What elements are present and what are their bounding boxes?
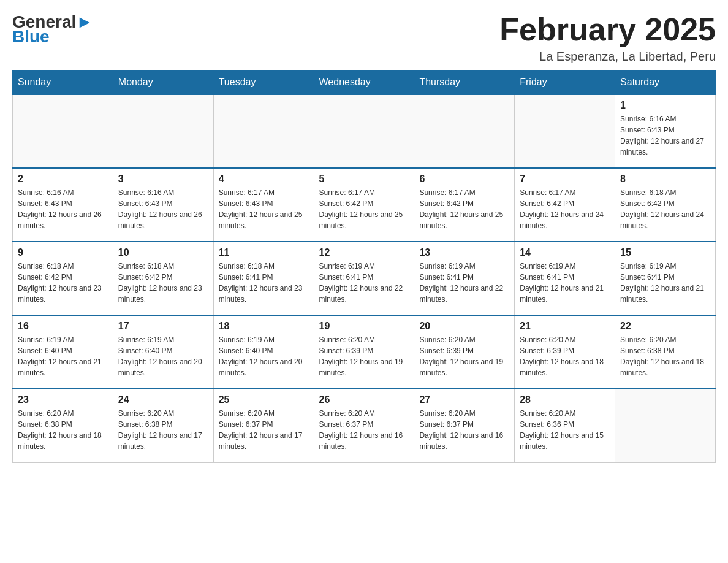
table-cell: 12Sunrise: 6:19 AMSunset: 6:41 PMDayligh…	[314, 242, 414, 315]
week-row-5: 23Sunrise: 6:20 AMSunset: 6:38 PMDayligh…	[13, 389, 716, 462]
table-cell: 16Sunrise: 6:19 AMSunset: 6:40 PMDayligh…	[13, 315, 113, 389]
table-cell: 27Sunrise: 6:20 AMSunset: 6:37 PMDayligh…	[414, 389, 515, 462]
table-cell: 25Sunrise: 6:20 AMSunset: 6:37 PMDayligh…	[213, 389, 314, 462]
day-info: Sunrise: 6:19 AMSunset: 6:40 PMDaylight:…	[219, 334, 309, 378]
day-info: Sunrise: 6:20 AMSunset: 6:37 PMDaylight:…	[419, 408, 509, 452]
day-number: 6	[419, 174, 509, 185]
week-row-4: 16Sunrise: 6:19 AMSunset: 6:40 PMDayligh…	[13, 315, 716, 389]
table-cell: 13Sunrise: 6:19 AMSunset: 6:41 PMDayligh…	[414, 242, 515, 315]
table-cell: 11Sunrise: 6:18 AMSunset: 6:41 PMDayligh…	[213, 242, 314, 315]
day-number: 10	[118, 247, 208, 258]
day-info: Sunrise: 6:19 AMSunset: 6:41 PMDaylight:…	[419, 261, 509, 305]
day-number: 18	[219, 321, 309, 332]
week-row-2: 2Sunrise: 6:16 AMSunset: 6:43 PMDaylight…	[13, 168, 716, 242]
day-number: 25	[219, 394, 309, 405]
page-header: General► Blue February 2025 La Esperanza…	[12, 12, 716, 64]
day-info: Sunrise: 6:18 AMSunset: 6:42 PMDaylight:…	[620, 187, 710, 231]
day-number: 14	[520, 247, 610, 258]
day-number: 4	[219, 174, 309, 185]
day-info: Sunrise: 6:20 AMSunset: 6:37 PMDaylight:…	[319, 408, 409, 452]
table-cell: 5Sunrise: 6:17 AMSunset: 6:42 PMDaylight…	[314, 168, 414, 242]
day-info: Sunrise: 6:20 AMSunset: 6:38 PMDaylight:…	[620, 334, 710, 378]
table-cell: 8Sunrise: 6:18 AMSunset: 6:42 PMDaylight…	[615, 168, 716, 242]
day-number: 27	[419, 394, 509, 405]
day-info: Sunrise: 6:18 AMSunset: 6:41 PMDaylight:…	[219, 261, 309, 305]
day-number: 24	[118, 394, 208, 405]
day-number: 7	[520, 174, 610, 185]
day-number: 2	[18, 174, 108, 185]
day-info: Sunrise: 6:17 AMSunset: 6:42 PMDaylight:…	[419, 187, 509, 231]
table-cell	[615, 389, 716, 462]
day-info: Sunrise: 6:20 AMSunset: 6:38 PMDaylight:…	[18, 408, 108, 452]
day-info: Sunrise: 6:19 AMSunset: 6:40 PMDaylight:…	[18, 334, 108, 378]
day-info: Sunrise: 6:20 AMSunset: 6:39 PMDaylight:…	[319, 334, 409, 378]
day-number: 12	[319, 247, 409, 258]
table-cell: 2Sunrise: 6:16 AMSunset: 6:43 PMDaylight…	[13, 168, 113, 242]
table-cell: 26Sunrise: 6:20 AMSunset: 6:37 PMDayligh…	[314, 389, 414, 462]
col-wednesday: Wednesday	[314, 71, 414, 95]
table-cell: 9Sunrise: 6:18 AMSunset: 6:42 PMDaylight…	[13, 242, 113, 315]
day-number: 5	[319, 174, 409, 185]
day-info: Sunrise: 6:17 AMSunset: 6:42 PMDaylight:…	[520, 187, 610, 231]
day-number: 17	[118, 321, 208, 332]
month-year-title: February 2025	[499, 12, 716, 47]
logo-triangle-icon: ►	[76, 12, 93, 31]
table-cell: 28Sunrise: 6:20 AMSunset: 6:36 PMDayligh…	[515, 389, 615, 462]
table-cell: 4Sunrise: 6:17 AMSunset: 6:43 PMDaylight…	[213, 168, 314, 242]
table-cell	[113, 94, 213, 168]
day-number: 16	[18, 321, 108, 332]
table-cell: 1Sunrise: 6:16 AMSunset: 6:43 PMDaylight…	[615, 94, 716, 168]
day-number: 1	[620, 100, 710, 111]
col-sunday: Sunday	[13, 71, 113, 95]
location-subtitle: La Esperanza, La Libertad, Peru	[499, 50, 716, 64]
day-info: Sunrise: 6:18 AMSunset: 6:42 PMDaylight:…	[118, 261, 208, 305]
day-number: 20	[419, 321, 509, 332]
day-info: Sunrise: 6:19 AMSunset: 6:41 PMDaylight:…	[319, 261, 409, 305]
col-tuesday: Tuesday	[213, 71, 314, 95]
day-info: Sunrise: 6:19 AMSunset: 6:41 PMDaylight:…	[620, 261, 710, 305]
table-cell: 18Sunrise: 6:19 AMSunset: 6:40 PMDayligh…	[213, 315, 314, 389]
day-number: 8	[620, 174, 710, 185]
table-cell: 20Sunrise: 6:20 AMSunset: 6:39 PMDayligh…	[414, 315, 515, 389]
day-number: 21	[520, 321, 610, 332]
table-cell: 6Sunrise: 6:17 AMSunset: 6:42 PMDaylight…	[414, 168, 515, 242]
table-cell: 10Sunrise: 6:18 AMSunset: 6:42 PMDayligh…	[113, 242, 213, 315]
day-number: 28	[520, 394, 610, 405]
col-friday: Friday	[515, 71, 615, 95]
table-cell: 17Sunrise: 6:19 AMSunset: 6:40 PMDayligh…	[113, 315, 213, 389]
title-section: February 2025 La Esperanza, La Libertad,…	[499, 12, 716, 64]
day-info: Sunrise: 6:19 AMSunset: 6:41 PMDaylight:…	[520, 261, 610, 305]
table-cell	[314, 94, 414, 168]
day-info: Sunrise: 6:20 AMSunset: 6:39 PMDaylight:…	[419, 334, 509, 378]
day-number: 23	[18, 394, 108, 405]
day-number: 3	[118, 174, 208, 185]
table-cell: 19Sunrise: 6:20 AMSunset: 6:39 PMDayligh…	[314, 315, 414, 389]
table-cell: 24Sunrise: 6:20 AMSunset: 6:38 PMDayligh…	[113, 389, 213, 462]
logo: General► Blue	[12, 12, 93, 47]
col-monday: Monday	[113, 71, 213, 95]
day-info: Sunrise: 6:19 AMSunset: 6:40 PMDaylight:…	[118, 334, 208, 378]
table-cell	[13, 94, 113, 168]
table-cell	[414, 94, 515, 168]
day-info: Sunrise: 6:17 AMSunset: 6:42 PMDaylight:…	[319, 187, 409, 231]
day-number: 19	[319, 321, 409, 332]
week-row-3: 9Sunrise: 6:18 AMSunset: 6:42 PMDaylight…	[13, 242, 716, 315]
day-info: Sunrise: 6:20 AMSunset: 6:38 PMDaylight:…	[118, 408, 208, 452]
day-number: 13	[419, 247, 509, 258]
week-row-1: 1Sunrise: 6:16 AMSunset: 6:43 PMDaylight…	[13, 94, 716, 168]
day-info: Sunrise: 6:18 AMSunset: 6:42 PMDaylight:…	[18, 261, 108, 305]
col-thursday: Thursday	[414, 71, 515, 95]
table-cell: 23Sunrise: 6:20 AMSunset: 6:38 PMDayligh…	[13, 389, 113, 462]
day-number: 15	[620, 247, 710, 258]
calendar-table: Sunday Monday Tuesday Wednesday Thursday…	[12, 70, 716, 463]
day-number: 9	[18, 247, 108, 258]
table-cell: 3Sunrise: 6:16 AMSunset: 6:43 PMDaylight…	[113, 168, 213, 242]
day-number: 22	[620, 321, 710, 332]
col-saturday: Saturday	[615, 71, 716, 95]
day-info: Sunrise: 6:20 AMSunset: 6:36 PMDaylight:…	[520, 408, 610, 452]
logo-blue-text: Blue	[12, 27, 50, 47]
day-info: Sunrise: 6:16 AMSunset: 6:43 PMDaylight:…	[620, 113, 710, 158]
table-cell: 22Sunrise: 6:20 AMSunset: 6:38 PMDayligh…	[615, 315, 716, 389]
table-cell: 21Sunrise: 6:20 AMSunset: 6:39 PMDayligh…	[515, 315, 615, 389]
table-cell: 14Sunrise: 6:19 AMSunset: 6:41 PMDayligh…	[515, 242, 615, 315]
